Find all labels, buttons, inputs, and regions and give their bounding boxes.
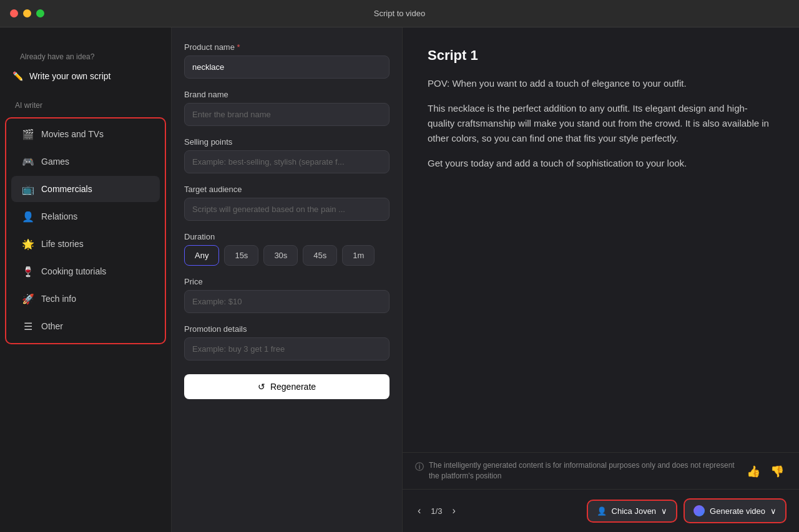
regenerate-icon: ↺ [258,382,265,392]
write-own-label: Write your own script [29,71,110,81]
footer-row: ⓘ The intelligently generated content is… [415,460,787,481]
price-label: Price [184,277,390,286]
other-label: Other [41,321,63,331]
script-paragraph-2: This necklace is the perfect addition to… [428,101,774,146]
generate-video-label: Generate video [710,506,765,516]
regenerate-button[interactable]: ↺ Regenerate [184,374,390,399]
persona-chevron-icon: ∨ [661,506,667,516]
nav-prev-button[interactable]: ‹ [415,503,423,519]
sidebar: Already have an idea? ✏️ Write your own … [0,27,172,532]
minimize-button[interactable] [23,9,31,17]
script-panel: Script 1 POV: When you want to add a tou… [403,27,799,532]
commercials-icon: 📺 [21,182,35,196]
duration-1m[interactable]: 1m [342,245,375,266]
sidebar-item-relations[interactable]: 👤 Relations [11,203,160,230]
promotion-field: Promotion details [184,324,390,360]
promotion-input[interactable] [184,337,390,360]
script-paragraph-1: POV: When you want to add a touch of ele… [428,76,774,91]
gen-video-chevron-icon: ∨ [770,506,777,516]
footer-actions: 👍 👎 [744,462,787,481]
sidebar-item-life-stories[interactable]: 🌟 Life stories [11,231,160,257]
persona-icon: 👤 [597,506,607,516]
games-icon: 🎮 [21,155,35,168]
price-field: Price [184,277,390,313]
pencil-icon: ✏️ [12,71,23,81]
sidebar-item-games[interactable]: 🎮 Games [11,148,160,175]
sidebar-item-other[interactable]: ☰ Other [11,313,160,339]
persona-button[interactable]: 👤 Chica Joven ∨ [587,500,678,523]
info-icon: ⓘ [415,461,424,473]
nav-indicator: 1/3 [431,506,442,516]
promotion-label: Promotion details [184,324,390,334]
life-stories-icon: 🌟 [21,237,35,251]
sidebar-item-movies[interactable]: 🎬 Movies and TVs [11,121,160,147]
app-title: Script to video [374,9,425,18]
target-audience-field: Target audience [184,185,390,221]
target-audience-label: Target audience [184,185,390,194]
window-controls [10,9,44,17]
video-gradient-icon [694,505,705,516]
disclaimer-text: The intelligently generated content is f… [429,460,744,481]
script-nav-bar: ‹ 1/3 › 👤 Chica Joven ∨ Generate video ∨ [403,489,799,532]
duration-15s[interactable]: 15s [224,245,258,266]
cooking-label: Cooking tutorials [41,266,106,276]
regenerate-label: Regenerate [270,382,316,392]
sidebar-item-commercials[interactable]: 📺 Commercials [11,176,160,202]
generate-video-button[interactable]: Generate video ∨ [684,498,787,523]
brand-name-field: Brand name [184,90,390,126]
write-own-button[interactable]: ✏️ Write your own script [10,66,161,86]
product-name-field: Product name * [184,42,390,79]
commercials-label: Commercials [41,184,92,194]
persona-label: Chica Joven [612,506,657,516]
script-paragraph-3: Get yours today and add a touch of sophi… [428,156,774,171]
selling-points-input[interactable] [184,150,390,173]
tech-icon: 🚀 [21,292,35,306]
nav-next-button[interactable]: › [449,503,458,519]
other-icon: ☰ [21,319,35,333]
duration-label: Duration [184,232,390,241]
write-own-section: Already have an idea? ✏️ Write your own … [0,40,171,94]
tech-label: Tech info [41,294,76,304]
duration-options: Any 15s 30s 45s 1m [184,245,390,266]
already-label: Already have an idea? [10,47,161,64]
sidebar-item-tech-info[interactable]: 🚀 Tech info [11,286,160,312]
main-container: Already have an idea? ✏️ Write your own … [0,27,799,532]
price-input[interactable] [184,290,390,313]
relations-label: Relations [41,211,77,221]
script-footer: ⓘ The intelligently generated content is… [403,452,799,489]
footer-disclaimer: ⓘ The intelligently generated content is… [415,460,744,481]
selling-points-label: Selling points [184,137,390,147]
ai-writer-label: AI writer [0,94,171,115]
duration-45s[interactable]: 45s [303,245,337,266]
maximize-button[interactable] [36,9,44,17]
script-title: Script 1 [428,47,774,64]
life-stories-label: Life stories [41,239,84,249]
product-name-input[interactable] [184,56,390,79]
brand-name-input[interactable] [184,103,390,126]
action-buttons: 👤 Chica Joven ∨ Generate video ∨ [587,498,787,523]
form-panel: Product name * Brand name Selling points… [172,27,403,532]
titlebar: Script to video [0,0,799,27]
brand-name-label: Brand name [184,90,390,99]
close-button[interactable] [10,9,18,17]
movies-label: Movies and TVs [41,129,104,139]
duration-30s[interactable]: 30s [263,245,298,266]
duration-any[interactable]: Any [184,245,219,266]
product-name-label: Product name * [184,42,390,52]
duration-field: Duration Any 15s 30s 45s 1m [184,232,390,266]
cooking-icon: 🍷 [21,264,35,278]
selling-points-field: Selling points [184,137,390,173]
thumbs-down-button[interactable]: 👎 [768,462,787,481]
script-text: POV: When you want to add a touch of ele… [428,76,774,171]
movies-icon: 🎬 [21,127,35,141]
thumbs-up-button[interactable]: 👍 [744,462,763,481]
relations-icon: 👤 [21,210,35,223]
ai-writer-items: 🎬 Movies and TVs 🎮 Games 📺 Commercials 👤… [5,117,166,344]
nav-controls: ‹ 1/3 › [415,503,458,519]
target-audience-input[interactable] [184,198,390,221]
script-content: Script 1 POV: When you want to add a tou… [403,27,799,452]
games-label: Games [41,157,69,167]
sidebar-item-cooking[interactable]: 🍷 Cooking tutorials [11,258,160,284]
